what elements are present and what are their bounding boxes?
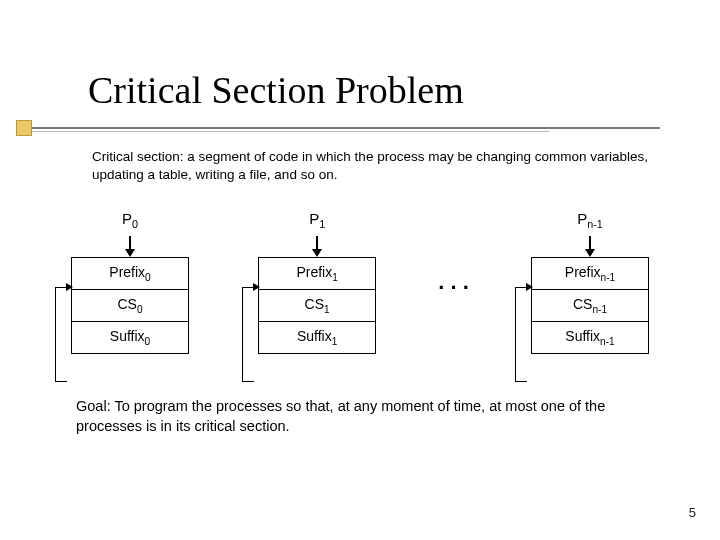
loop-arrow-icon xyxy=(55,287,67,382)
prefix-cell: Prefix0 xyxy=(72,258,188,290)
arrow-head-icon xyxy=(312,249,322,257)
arrow-down-icon xyxy=(589,236,591,250)
loop-arrow-icon xyxy=(515,287,527,382)
arrow-down-icon xyxy=(316,236,318,250)
suffix-cell: Suffixn-1 xyxy=(532,322,648,354)
suffix-cell: Suffix0 xyxy=(72,322,188,354)
title-rule xyxy=(88,120,700,134)
cs-cell: CS1 xyxy=(259,290,375,322)
goal-text: Goal: To program the processes so that, … xyxy=(76,396,660,437)
cs-cell: CSn-1 xyxy=(532,290,648,322)
loop-arrow-icon xyxy=(242,287,254,382)
prefix-cell: Prefix1 xyxy=(259,258,375,290)
page-number: 5 xyxy=(689,505,696,520)
accent-square-icon xyxy=(16,120,32,136)
process-label: P1 xyxy=(309,210,325,230)
suffix-cell: Suffix1 xyxy=(259,322,375,354)
prefix-cell: Prefixn-1 xyxy=(532,258,648,290)
process-column-0: P0 Prefix0 CS0 Suffix0 xyxy=(60,210,200,353)
arrow-head-icon xyxy=(125,249,135,257)
slide-title: Critical Section Problem xyxy=(88,68,720,112)
process-column-1: P1 Prefix1 CS1 Suffix1 xyxy=(247,210,387,353)
arrow-down-icon xyxy=(129,236,131,250)
process-label: P0 xyxy=(122,210,138,230)
ellipsis: . . . xyxy=(434,269,473,295)
process-diagram: P0 Prefix0 CS0 Suffix0 P1 Prefix1 CS1 Su… xyxy=(60,210,660,353)
arrow-head-icon xyxy=(585,249,595,257)
intro-text: Critical section: a segment of code in w… xyxy=(92,148,670,184)
cs-cell: CS0 xyxy=(72,290,188,322)
process-column-n: Pn-1 Prefixn-1 CSn-1 Suffixn-1 xyxy=(520,210,660,353)
process-label: Pn-1 xyxy=(577,210,603,230)
